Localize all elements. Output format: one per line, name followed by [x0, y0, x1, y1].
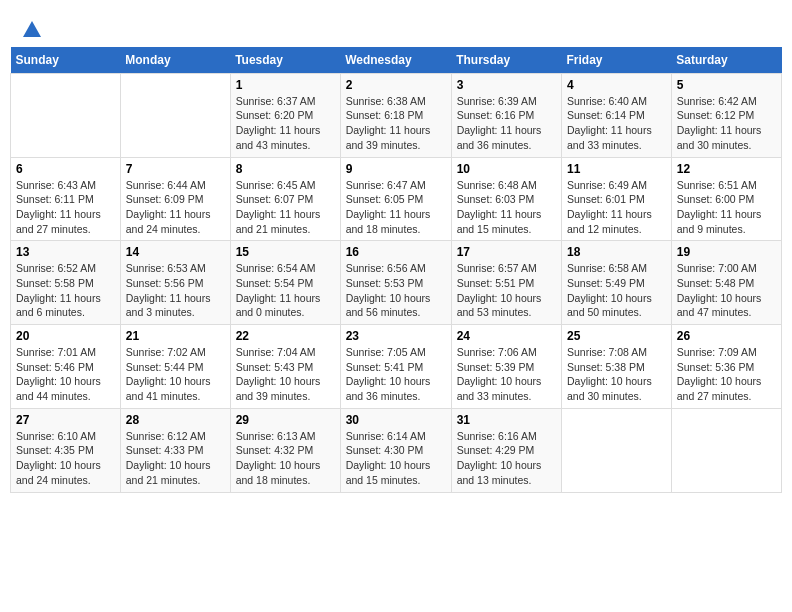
day-number: 23 [346, 329, 446, 343]
day-detail: Sunrise: 6:47 AM Sunset: 6:05 PM Dayligh… [346, 178, 446, 237]
weekday-header-tuesday: Tuesday [230, 47, 340, 74]
calendar-week-1: 1Sunrise: 6:37 AM Sunset: 6:20 PM Daylig… [11, 73, 782, 157]
day-detail: Sunrise: 7:00 AM Sunset: 5:48 PM Dayligh… [677, 261, 776, 320]
day-detail: Sunrise: 6:39 AM Sunset: 6:16 PM Dayligh… [457, 94, 556, 153]
day-detail: Sunrise: 6:58 AM Sunset: 5:49 PM Dayligh… [567, 261, 666, 320]
day-detail: Sunrise: 6:57 AM Sunset: 5:51 PM Dayligh… [457, 261, 556, 320]
day-number: 12 [677, 162, 776, 176]
day-number: 6 [16, 162, 115, 176]
day-detail: Sunrise: 6:56 AM Sunset: 5:53 PM Dayligh… [346, 261, 446, 320]
day-detail: Sunrise: 6:48 AM Sunset: 6:03 PM Dayligh… [457, 178, 556, 237]
day-detail: Sunrise: 6:37 AM Sunset: 6:20 PM Dayligh… [236, 94, 335, 153]
day-detail: Sunrise: 6:49 AM Sunset: 6:01 PM Dayligh… [567, 178, 666, 237]
calendar-cell: 9Sunrise: 6:47 AM Sunset: 6:05 PM Daylig… [340, 157, 451, 241]
calendar-week-3: 13Sunrise: 6:52 AM Sunset: 5:58 PM Dayli… [11, 241, 782, 325]
day-detail: Sunrise: 6:54 AM Sunset: 5:54 PM Dayligh… [236, 261, 335, 320]
calendar-cell: 22Sunrise: 7:04 AM Sunset: 5:43 PM Dayli… [230, 325, 340, 409]
day-number: 17 [457, 245, 556, 259]
day-number: 27 [16, 413, 115, 427]
day-number: 13 [16, 245, 115, 259]
calendar-cell: 11Sunrise: 6:49 AM Sunset: 6:01 PM Dayli… [562, 157, 672, 241]
day-number: 26 [677, 329, 776, 343]
day-number: 20 [16, 329, 115, 343]
calendar-cell: 2Sunrise: 6:38 AM Sunset: 6:18 PM Daylig… [340, 73, 451, 157]
day-number: 19 [677, 245, 776, 259]
calendar-cell: 10Sunrise: 6:48 AM Sunset: 6:03 PM Dayli… [451, 157, 561, 241]
calendar-cell: 18Sunrise: 6:58 AM Sunset: 5:49 PM Dayli… [562, 241, 672, 325]
calendar-cell: 12Sunrise: 6:51 AM Sunset: 6:00 PM Dayli… [671, 157, 781, 241]
calendar-cell: 24Sunrise: 7:06 AM Sunset: 5:39 PM Dayli… [451, 325, 561, 409]
weekday-header-friday: Friday [562, 47, 672, 74]
day-detail: Sunrise: 6:16 AM Sunset: 4:29 PM Dayligh… [457, 429, 556, 488]
calendar-cell [120, 73, 230, 157]
day-number: 21 [126, 329, 225, 343]
calendar-cell [11, 73, 121, 157]
day-detail: Sunrise: 6:10 AM Sunset: 4:35 PM Dayligh… [16, 429, 115, 488]
calendar-cell: 3Sunrise: 6:39 AM Sunset: 6:16 PM Daylig… [451, 73, 561, 157]
calendar-cell: 16Sunrise: 6:56 AM Sunset: 5:53 PM Dayli… [340, 241, 451, 325]
calendar-cell: 30Sunrise: 6:14 AM Sunset: 4:30 PM Dayli… [340, 408, 451, 492]
calendar-cell: 20Sunrise: 7:01 AM Sunset: 5:46 PM Dayli… [11, 325, 121, 409]
logo-general [20, 20, 43, 37]
logo-text [20, 18, 43, 41]
day-detail: Sunrise: 7:05 AM Sunset: 5:41 PM Dayligh… [346, 345, 446, 404]
day-detail: Sunrise: 6:38 AM Sunset: 6:18 PM Dayligh… [346, 94, 446, 153]
day-number: 22 [236, 329, 335, 343]
day-detail: Sunrise: 6:42 AM Sunset: 6:12 PM Dayligh… [677, 94, 776, 153]
calendar-table: SundayMondayTuesdayWednesdayThursdayFrid… [10, 47, 782, 493]
day-number: 1 [236, 78, 335, 92]
calendar-cell: 23Sunrise: 7:05 AM Sunset: 5:41 PM Dayli… [340, 325, 451, 409]
day-number: 8 [236, 162, 335, 176]
calendar-cell: 26Sunrise: 7:09 AM Sunset: 5:36 PM Dayli… [671, 325, 781, 409]
day-detail: Sunrise: 6:45 AM Sunset: 6:07 PM Dayligh… [236, 178, 335, 237]
calendar-cell: 1Sunrise: 6:37 AM Sunset: 6:20 PM Daylig… [230, 73, 340, 157]
day-number: 11 [567, 162, 666, 176]
day-detail: Sunrise: 6:53 AM Sunset: 5:56 PM Dayligh… [126, 261, 225, 320]
day-number: 4 [567, 78, 666, 92]
calendar-cell: 28Sunrise: 6:12 AM Sunset: 4:33 PM Dayli… [120, 408, 230, 492]
calendar-week-5: 27Sunrise: 6:10 AM Sunset: 4:35 PM Dayli… [11, 408, 782, 492]
day-detail: Sunrise: 7:08 AM Sunset: 5:38 PM Dayligh… [567, 345, 666, 404]
day-number: 10 [457, 162, 556, 176]
day-detail: Sunrise: 7:02 AM Sunset: 5:44 PM Dayligh… [126, 345, 225, 404]
day-detail: Sunrise: 7:06 AM Sunset: 5:39 PM Dayligh… [457, 345, 556, 404]
weekday-header-row: SundayMondayTuesdayWednesdayThursdayFrid… [11, 47, 782, 74]
day-number: 31 [457, 413, 556, 427]
day-number: 18 [567, 245, 666, 259]
day-number: 14 [126, 245, 225, 259]
calendar-cell: 7Sunrise: 6:44 AM Sunset: 6:09 PM Daylig… [120, 157, 230, 241]
day-number: 30 [346, 413, 446, 427]
calendar-cell: 25Sunrise: 7:08 AM Sunset: 5:38 PM Dayli… [562, 325, 672, 409]
calendar-cell: 19Sunrise: 7:00 AM Sunset: 5:48 PM Dayli… [671, 241, 781, 325]
day-detail: Sunrise: 6:43 AM Sunset: 6:11 PM Dayligh… [16, 178, 115, 237]
calendar-cell: 6Sunrise: 6:43 AM Sunset: 6:11 PM Daylig… [11, 157, 121, 241]
weekday-header-sunday: Sunday [11, 47, 121, 74]
day-number: 9 [346, 162, 446, 176]
day-detail: Sunrise: 7:04 AM Sunset: 5:43 PM Dayligh… [236, 345, 335, 404]
day-detail: Sunrise: 7:09 AM Sunset: 5:36 PM Dayligh… [677, 345, 776, 404]
day-detail: Sunrise: 6:44 AM Sunset: 6:09 PM Dayligh… [126, 178, 225, 237]
calendar-week-2: 6Sunrise: 6:43 AM Sunset: 6:11 PM Daylig… [11, 157, 782, 241]
weekday-header-saturday: Saturday [671, 47, 781, 74]
calendar-cell: 29Sunrise: 6:13 AM Sunset: 4:32 PM Dayli… [230, 408, 340, 492]
weekday-header-monday: Monday [120, 47, 230, 74]
weekday-header-thursday: Thursday [451, 47, 561, 74]
day-detail: Sunrise: 6:14 AM Sunset: 4:30 PM Dayligh… [346, 429, 446, 488]
calendar-cell: 21Sunrise: 7:02 AM Sunset: 5:44 PM Dayli… [120, 325, 230, 409]
day-number: 3 [457, 78, 556, 92]
day-detail: Sunrise: 6:40 AM Sunset: 6:14 PM Dayligh… [567, 94, 666, 153]
calendar-cell: 15Sunrise: 6:54 AM Sunset: 5:54 PM Dayli… [230, 241, 340, 325]
day-number: 15 [236, 245, 335, 259]
svg-marker-0 [23, 21, 41, 37]
calendar-cell: 14Sunrise: 6:53 AM Sunset: 5:56 PM Dayli… [120, 241, 230, 325]
day-detail: Sunrise: 6:51 AM Sunset: 6:00 PM Dayligh… [677, 178, 776, 237]
weekday-header-wednesday: Wednesday [340, 47, 451, 74]
logo [20, 18, 43, 41]
day-detail: Sunrise: 7:01 AM Sunset: 5:46 PM Dayligh… [16, 345, 115, 404]
calendar-cell: 13Sunrise: 6:52 AM Sunset: 5:58 PM Dayli… [11, 241, 121, 325]
day-number: 29 [236, 413, 335, 427]
day-number: 7 [126, 162, 225, 176]
day-number: 28 [126, 413, 225, 427]
calendar-cell: 4Sunrise: 6:40 AM Sunset: 6:14 PM Daylig… [562, 73, 672, 157]
calendar-cell: 17Sunrise: 6:57 AM Sunset: 5:51 PM Dayli… [451, 241, 561, 325]
